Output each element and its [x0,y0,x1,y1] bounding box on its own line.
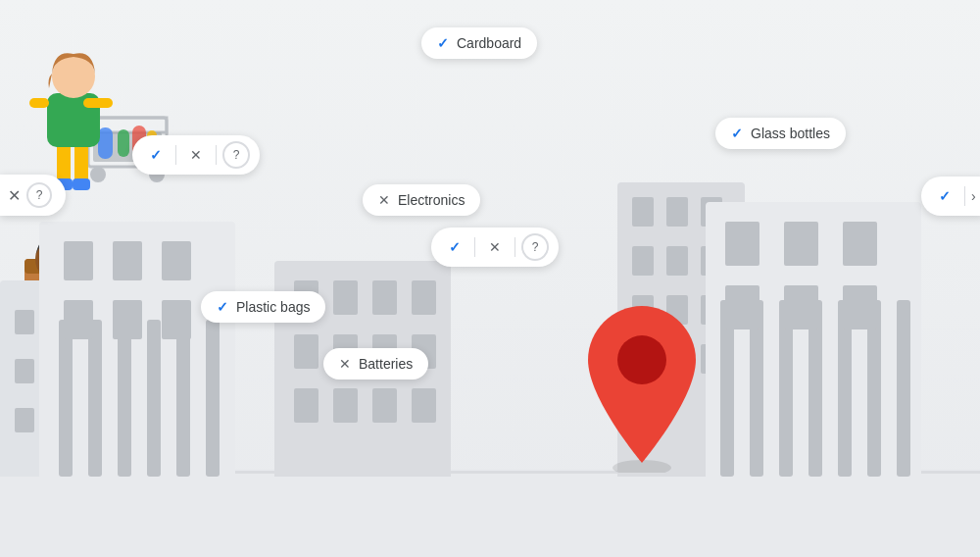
divider [474,237,475,257]
chip-plastic-bags: ✓ Plastic bags [201,291,325,323]
x-icon: ✕ [378,192,390,208]
chip-electronics-label: Electronics [398,192,465,208]
chip-glass-bottles-label: Glass bottles [751,126,830,141]
reject-button[interactable]: ✕ [481,233,509,261]
check-icon: ✓ [217,299,228,315]
chip-plastic-bags-label: Plastic bags [236,299,310,315]
x-icon: ✕ [339,356,351,372]
confirm-button[interactable]: ✓ [931,182,958,210]
reject-button[interactable]: ✕ [182,141,210,169]
icon-group-partial-right: ✓ › [921,177,980,216]
divider [216,145,217,165]
svg-rect-18 [83,98,113,108]
chevron-icon: › [971,188,976,204]
svg-point-5 [90,167,106,182]
chip-batteries-label: Batteries [359,356,413,372]
x-icon: ✕ [8,186,21,205]
svg-rect-17 [29,98,49,108]
svg-rect-9 [118,129,129,157]
help-button[interactable]: ? [222,141,250,169]
chip-partial-left: ✕ ? [0,175,66,216]
divider [514,237,515,257]
icon-group-1: ✓ ✕ ? [132,135,260,175]
divider [175,145,176,165]
map-pin [578,301,706,477]
chip-cardboard: ✓ Cardboard [421,27,537,59]
building-right [706,202,921,477]
check-icon: ✓ [437,35,449,51]
ground [0,469,980,557]
confirm-button[interactable]: ✓ [142,141,170,169]
svg-rect-15 [73,178,90,190]
help-button[interactable]: ? [521,233,549,261]
divider [964,186,965,206]
check-icon: ✓ [731,126,743,141]
scene: ✓ Cardboard ✓ Plastic bags ✓ Glass bottl… [0,0,980,557]
help-icon: ? [26,182,52,208]
building-left [39,222,235,477]
chip-electronics: ✕ Electronics [363,184,480,216]
chip-cardboard-label: Cardboard [457,35,521,51]
svg-rect-8 [98,127,113,159]
confirm-button[interactable]: ✓ [441,233,468,261]
icon-group-2: ✓ ✕ ? [431,228,559,267]
chip-batteries: ✕ Batteries [323,348,428,380]
svg-point-1 [617,335,666,384]
chip-glass-bottles: ✓ Glass bottles [715,118,846,149]
